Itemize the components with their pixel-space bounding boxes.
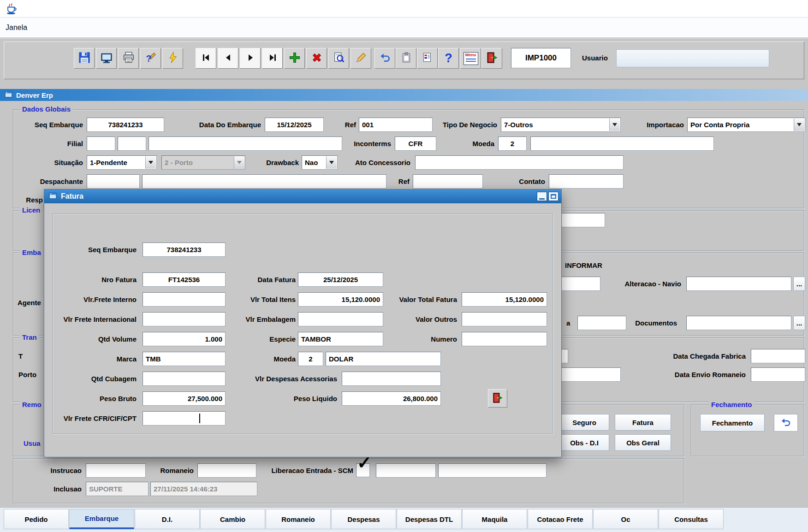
dados-globais-group-label: Dados Globais bbox=[20, 105, 73, 114]
minimize-button[interactable] bbox=[537, 192, 547, 201]
audit-button[interactable] bbox=[417, 48, 438, 69]
vlr-total-itens-label: Vlr Total Itens bbox=[201, 292, 296, 307]
documentos-field[interactable] bbox=[686, 316, 791, 330]
ato-concessorio-field[interactable] bbox=[415, 155, 624, 170]
exit-button[interactable] bbox=[481, 48, 502, 69]
menu-button[interactable]: Menu bbox=[460, 48, 481, 69]
romaneio-field[interactable] bbox=[197, 463, 256, 478]
inclusao-user-field: SUPORTE bbox=[86, 482, 149, 496]
contato-field[interactable] bbox=[549, 174, 624, 189]
fatura-button[interactable]: Fatura bbox=[615, 414, 671, 431]
seguro-button[interactable]: Seguro bbox=[559, 414, 609, 431]
importacao-dropdown[interactable]: Por Conta Propria bbox=[687, 118, 805, 132]
tab-despesas[interactable]: Despesas bbox=[331, 509, 396, 529]
chevron-down-icon[interactable] bbox=[145, 156, 156, 169]
vlr-frete-cfr-field[interactable] bbox=[143, 411, 226, 426]
despachante-code-field[interactable] bbox=[87, 174, 140, 189]
usuario-label: Usuario bbox=[582, 48, 614, 68]
nav-next-button[interactable] bbox=[240, 48, 261, 69]
data-fatura-field[interactable]: 25/12/2025 bbox=[298, 272, 383, 287]
obs-geral-button[interactable]: Obs Geral bbox=[615, 434, 671, 451]
wizard-help-button[interactable]: ? bbox=[140, 48, 161, 69]
edit-button[interactable] bbox=[351, 48, 371, 69]
tab-cambio[interactable]: Cambio bbox=[200, 509, 265, 529]
embarque-small-field[interactable] bbox=[577, 316, 626, 330]
inconterms-field[interactable]: CFR bbox=[395, 136, 436, 151]
tab-consultas[interactable]: Consultas bbox=[659, 509, 724, 529]
fatura-moeda-code-field[interactable]: 2 bbox=[298, 352, 323, 366]
alteracao-navio-more-button[interactable]: ... bbox=[793, 277, 805, 291]
ref2-field[interactable] bbox=[413, 174, 483, 189]
svg-text:?: ? bbox=[146, 53, 151, 64]
wizard-run-button[interactable] bbox=[162, 48, 183, 69]
valor-outros-field[interactable] bbox=[462, 312, 547, 326]
paste-button[interactable] bbox=[396, 48, 416, 69]
liberacao-field-1[interactable] bbox=[376, 463, 436, 478]
instrucao-field[interactable] bbox=[86, 463, 146, 478]
fechamento-undo-button[interactable] bbox=[774, 414, 798, 432]
peso-liquido-field[interactable]: 26,800.000 bbox=[342, 391, 441, 406]
fatura-seq-embarque-field[interactable]: 738241233 bbox=[143, 242, 226, 257]
screen-button[interactable] bbox=[96, 48, 117, 69]
filial-name-field[interactable] bbox=[149, 136, 342, 151]
data-envio-romaneio-field[interactable] bbox=[751, 367, 805, 382]
maximize-button[interactable] bbox=[548, 192, 558, 201]
despachante-name-field[interactable] bbox=[142, 174, 386, 189]
exit-door-icon bbox=[492, 392, 504, 405]
filial-code2-field[interactable] bbox=[118, 136, 146, 151]
drawback-dropdown[interactable]: Nao bbox=[302, 155, 338, 170]
tab-embarque[interactable]: Embarque bbox=[69, 509, 134, 529]
numero-field[interactable] bbox=[462, 332, 547, 346]
documentos-more-button[interactable]: ... bbox=[793, 316, 805, 330]
valor-total-fatura-field[interactable]: 15,120.0000 bbox=[462, 292, 547, 307]
find-button[interactable] bbox=[328, 48, 349, 69]
vlr-despesas-acessorias-field[interactable] bbox=[342, 372, 441, 386]
program-code-field[interactable]: IMP1000 bbox=[511, 48, 571, 68]
valor-total-fatura-label: Valor Total Fatura bbox=[362, 292, 457, 307]
tab-oc[interactable]: Oc bbox=[593, 509, 658, 529]
fatura-moeda-desc-field[interactable]: DOLAR bbox=[326, 352, 441, 366]
vlr-frete-cfr-label: Vlr Frete CFR/CIF/CPT bbox=[44, 411, 137, 426]
filial-code-field[interactable] bbox=[87, 136, 115, 151]
fatura-exit-button[interactable] bbox=[488, 389, 507, 408]
chevron-down-icon[interactable] bbox=[609, 118, 620, 131]
undo-button[interactable] bbox=[374, 48, 395, 69]
liberacao-field-2[interactable] bbox=[438, 463, 547, 478]
obs-di-button[interactable]: Obs - D.I bbox=[559, 434, 609, 451]
data-chegada-fabrica-field[interactable] bbox=[751, 349, 805, 363]
nav-first-button[interactable] bbox=[196, 48, 216, 69]
chevron-down-icon[interactable] bbox=[326, 156, 337, 169]
tab-romaneio[interactable]: Romaneio bbox=[266, 509, 331, 529]
chevron-down-icon[interactable] bbox=[794, 118, 804, 131]
print-icon bbox=[122, 51, 135, 65]
delete-record-button[interactable] bbox=[306, 48, 327, 69]
nav-last-button[interactable] bbox=[262, 48, 283, 69]
moeda-code-field[interactable]: 2 bbox=[498, 136, 527, 151]
fatura-dialog-titlebar[interactable]: Fatura bbox=[44, 189, 561, 203]
nav-prev-button[interactable] bbox=[218, 48, 238, 69]
moeda-desc-field[interactable] bbox=[530, 136, 714, 151]
usuario-input[interactable] bbox=[616, 49, 769, 67]
situacao-dropdown[interactable]: 1-Pendente bbox=[87, 155, 157, 170]
data-embarque-field[interactable]: 15/12/2025 bbox=[265, 118, 324, 132]
print-button[interactable] bbox=[118, 48, 139, 69]
tab-pedido[interactable]: Pedido bbox=[4, 509, 69, 529]
help-button[interactable]: ? bbox=[438, 48, 459, 69]
fechamento-button[interactable]: Fechamento bbox=[700, 414, 765, 432]
alteracao-navio-field[interactable] bbox=[686, 277, 791, 291]
seq-embarque-field[interactable]: 738241233 bbox=[87, 118, 164, 132]
tab-cotacao-frete[interactable]: Cotacao Frete bbox=[528, 509, 593, 529]
tab-despesas-dtl[interactable]: Despesas DTL bbox=[397, 509, 462, 529]
add-record-button[interactable] bbox=[284, 48, 305, 69]
tipo-negocio-dropdown[interactable]: 7-Outros bbox=[501, 118, 621, 132]
save-button[interactable] bbox=[74, 48, 95, 69]
tab-maquila[interactable]: Maquila bbox=[462, 509, 527, 529]
menu-janela[interactable]: Janela bbox=[6, 24, 27, 32]
fatura-moeda-label: Moeda bbox=[201, 352, 296, 366]
nav-last-icon bbox=[267, 52, 278, 65]
seq-embarque-label: Seq Embarque bbox=[18, 118, 83, 132]
ref-field[interactable]: 001 bbox=[359, 118, 433, 132]
tab-di[interactable]: D.I. bbox=[135, 509, 200, 529]
label-fragment-a: a bbox=[566, 316, 574, 330]
despachante-label: Despachante bbox=[18, 174, 83, 189]
